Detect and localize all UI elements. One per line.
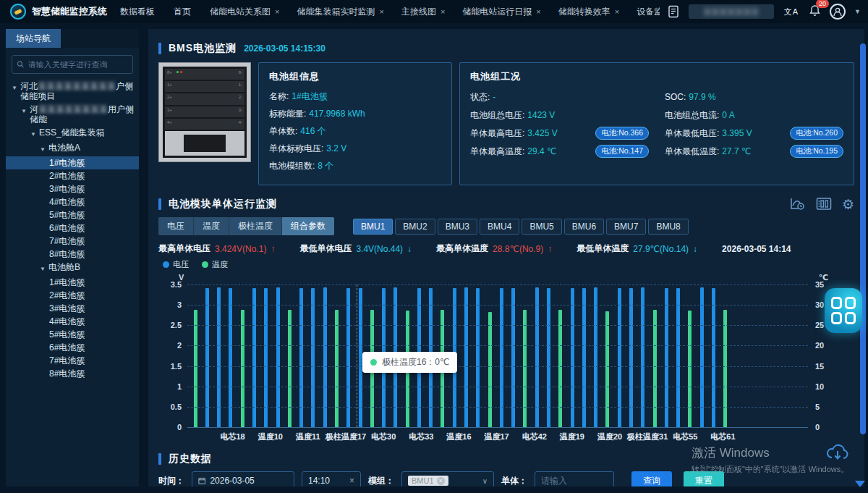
tab-close-icon[interactable]: ×: [379, 7, 383, 16]
tree-node[interactable]: 2#电池簇: [6, 169, 139, 182]
chart-bar[interactable]: [558, 310, 562, 427]
nav-tab[interactable]: 储能电站运行日报×: [462, 6, 540, 18]
tab-close-icon[interactable]: ×: [615, 7, 619, 16]
legend-item[interactable]: 温度: [202, 259, 228, 270]
user-avatar[interactable]: [830, 4, 846, 20]
chart-plot-area[interactable]: V ℃ 极柱温度16：0℃ 3.5353302.5252201.5151100.…: [187, 285, 808, 428]
tree-node[interactable]: 6#电池簇: [6, 222, 139, 235]
org-name-box[interactable]: 某某某某某某某: [689, 4, 774, 19]
user-menu-caret-icon[interactable]: ▼: [854, 8, 861, 15]
chart-bar[interactable]: [605, 311, 609, 427]
pack-status-row: 状态:-: [470, 90, 649, 104]
trend-history-icon[interactable]: [790, 197, 806, 211]
tree-node[interactable]: 4#电池簇: [6, 195, 139, 208]
tree-node[interactable]: 5#电池簇: [6, 208, 139, 222]
tree-node[interactable]: 2#电池簇: [6, 289, 139, 302]
tree-node[interactable]: ▼ESS_储能集装箱: [6, 126, 139, 141]
bmu-tab-BMU6[interactable]: BMU6: [564, 219, 604, 235]
nav-tab-label: 储能集装箱实时监测: [297, 6, 375, 18]
query-button[interactable]: 查询: [631, 471, 672, 486]
battery-rack-image: 8+8-1+1-2+2-3+3-4+4-: [158, 62, 251, 162]
tree-node[interactable]: ▼电池舱A: [6, 141, 139, 156]
tree-node[interactable]: ▼河北某某某某某某某某某户侧储能项目: [6, 80, 139, 103]
tree-expand-icon[interactable]: ▼: [30, 130, 36, 140]
tab-close-icon[interactable]: ×: [275, 7, 279, 16]
tree-expand-icon[interactable]: ▼: [12, 83, 17, 93]
data-table-icon[interactable]: [816, 197, 832, 211]
module-select[interactable]: BMU1 × ∨: [401, 471, 494, 486]
chart-bar[interactable]: [241, 310, 244, 427]
bmu-tab-BMU5[interactable]: BMU5: [522, 219, 561, 235]
bmu-tab-BMU4[interactable]: BMU4: [480, 219, 519, 235]
legend-item[interactable]: 电压: [163, 259, 189, 270]
y-tick-left: 0: [177, 423, 182, 431]
param-tab-组合参数[interactable]: 组合参数: [282, 217, 334, 235]
nav-menu-item[interactable]: 数据看板: [120, 6, 155, 18]
chart-bar[interactable]: [288, 310, 292, 427]
sidebar-search-input[interactable]: [28, 60, 128, 69]
info-label: 电池模组数:: [269, 161, 315, 171]
chart-bar[interactable]: [523, 310, 527, 427]
chart-bar[interactable]: [688, 311, 692, 427]
settings-gear-icon[interactable]: ⚙: [842, 198, 854, 211]
scrollbar-down-arrow[interactable]: [855, 481, 865, 487]
stats-timestamp: 2026-03-05 14:14: [722, 244, 791, 254]
chart-bar[interactable]: [653, 310, 657, 427]
bmu-tab-BMU7[interactable]: BMU7: [606, 219, 646, 235]
tree-node[interactable]: 6#电池簇: [6, 341, 139, 354]
tree-expand-icon[interactable]: ▼: [21, 106, 27, 117]
tree-node[interactable]: 7#电池簇: [6, 354, 139, 367]
tab-close-icon[interactable]: ×: [536, 7, 540, 16]
bmu-tab-BMU2[interactable]: BMU2: [395, 219, 435, 235]
tree-node[interactable]: 3#电池簇: [6, 302, 139, 315]
tree-node[interactable]: 5#电池簇: [6, 328, 139, 341]
report-icon[interactable]: [667, 5, 680, 18]
tag-remove-icon[interactable]: ×: [437, 477, 445, 485]
chart-bar[interactable]: [194, 310, 197, 427]
param-tab-电压[interactable]: 电压: [158, 217, 194, 235]
battery-info-row: 名称:1#电池簇: [269, 90, 441, 103]
bmu-tab-BMU8[interactable]: BMU8: [648, 219, 688, 235]
nav-tab[interactable]: 储能电站关系图×: [210, 6, 279, 18]
chart-bar[interactable]: [488, 312, 492, 427]
time-input[interactable]: [308, 476, 345, 486]
scrollbar-thumb[interactable]: [860, 43, 866, 434]
sidebar-search: [12, 55, 133, 74]
nav-tab[interactable]: 储能转换效率×: [558, 6, 619, 18]
tree-node[interactable]: ▼河某某某某某某某某用户侧储能: [6, 103, 139, 126]
chart-bar[interactable]: [335, 310, 339, 427]
nav-tab[interactable]: 储能集装箱实时监测×: [297, 6, 383, 18]
tree-node[interactable]: ▼电池舱B: [6, 261, 139, 276]
cell-stat: 最低单体温度27.9℃(No.14)↓: [576, 243, 697, 255]
cell-input[interactable]: [541, 476, 608, 486]
x-axis-label: 温度19: [560, 431, 584, 442]
date-input[interactable]: [210, 476, 288, 486]
tree-node[interactable]: 1#电池簇: [6, 276, 139, 289]
floating-apps-button[interactable]: [825, 288, 862, 333]
param-tab-极柱温度[interactable]: 极柱温度: [229, 217, 282, 235]
tree-node[interactable]: 3#电池簇: [6, 182, 139, 195]
chart-bar[interactable]: [723, 310, 727, 427]
bmu-tab-BMU1[interactable]: BMU1: [353, 219, 393, 235]
time-clear-icon[interactable]: ×: [349, 476, 354, 486]
notification-bell[interactable]: 20: [809, 4, 821, 20]
tree-node[interactable]: 7#电池簇: [6, 235, 139, 248]
nav-tab-list: 储能电站关系图×储能集装箱实时监测×主接线图×储能电站运行日报×储能转换效率×设…: [210, 6, 660, 18]
translate-icon[interactable]: 文A: [783, 6, 800, 18]
y-tick-right: 0: [815, 423, 820, 431]
tree-node[interactable]: 1#电池簇: [6, 156, 139, 169]
tab-close-icon[interactable]: ×: [441, 7, 445, 16]
param-tab-温度[interactable]: 温度: [194, 217, 229, 235]
tree-expand-icon[interactable]: ▼: [40, 264, 46, 274]
nav-menu-item[interactable]: 首页: [174, 6, 191, 18]
cells-chart: V ℃ 极柱温度16：0℃ 3.5353302.5252201.5151100.…: [158, 271, 854, 445]
tree-node[interactable]: 4#电池簇: [6, 315, 139, 328]
tab-station-nav[interactable]: 场站导航: [6, 29, 61, 48]
nav-tab[interactable]: 主接线图×: [401, 6, 445, 18]
bmu-tab-BMU3[interactable]: BMU3: [438, 219, 477, 235]
y-tick-right: 15: [815, 362, 824, 371]
tree-node[interactable]: 8#电池簇: [6, 248, 139, 261]
tree-node[interactable]: 8#电池簇: [6, 367, 139, 380]
nav-tab[interactable]: 设备监测×: [637, 6, 660, 18]
tree-expand-icon[interactable]: ▼: [40, 145, 46, 155]
